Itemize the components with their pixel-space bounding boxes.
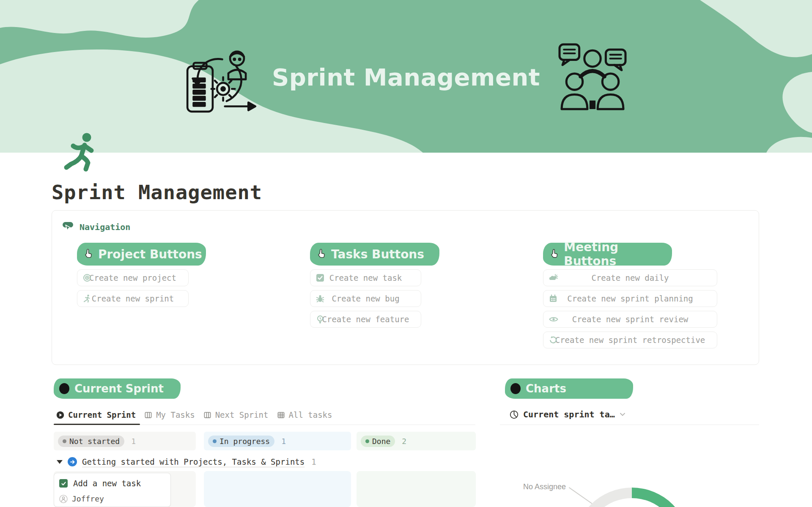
column-header-done[interactable]: Done 2 bbox=[357, 432, 476, 450]
current-sprint-badge[interactable]: Current Sprint bbox=[54, 378, 181, 399]
column-header-not-started[interactable]: Not started 1 bbox=[54, 432, 196, 450]
assignee-name: Joffrey bbox=[72, 494, 104, 503]
bug-icon bbox=[316, 294, 324, 303]
tab-all-tasks[interactable]: All tasks bbox=[277, 410, 332, 419]
status-dot-icon bbox=[213, 439, 217, 443]
charts-divider bbox=[500, 425, 759, 425]
chevron-down-icon bbox=[620, 412, 625, 417]
target-icon bbox=[83, 274, 91, 282]
status-dot-icon bbox=[63, 439, 66, 443]
runner-icon bbox=[83, 294, 91, 303]
board-icon bbox=[144, 411, 152, 419]
page-icon-runner[interactable] bbox=[63, 132, 102, 172]
navigation-header: Navigation bbox=[62, 222, 130, 233]
play-circle-icon bbox=[56, 411, 64, 419]
hand-pointer-icon bbox=[549, 249, 560, 260]
status-label: Done bbox=[372, 437, 390, 446]
navigation-card: Navigation Project Buttons Create new pr… bbox=[52, 210, 759, 365]
current-sprint-section-label: Current Sprint bbox=[74, 382, 164, 395]
meeting-buttons-badge[interactable]: Meeting Buttons bbox=[543, 243, 672, 266]
nav-column-meetings: Meeting Buttons Create new daily Create … bbox=[543, 243, 717, 348]
person-avatar-icon bbox=[59, 495, 68, 503]
tab-my-tasks-label: My Tasks bbox=[156, 410, 195, 419]
status-dot-icon bbox=[365, 439, 369, 443]
column-count: 1 bbox=[131, 437, 136, 446]
sunrise-icon bbox=[549, 274, 558, 282]
column-header-in-progress[interactable]: In progress 1 bbox=[204, 432, 351, 450]
active-tab-underline bbox=[54, 424, 140, 425]
column-body-done bbox=[357, 471, 476, 507]
column-body-in-progress bbox=[204, 471, 351, 507]
column-count: 2 bbox=[402, 437, 406, 446]
create-new-sprint-planning-label: Create new sprint planning bbox=[567, 294, 693, 303]
create-new-sprint-button[interactable]: Create new sprint bbox=[77, 290, 189, 307]
create-new-sprint-review-label: Create new sprint review bbox=[572, 315, 689, 324]
tab-next-sprint[interactable]: Next Sprint bbox=[203, 410, 269, 419]
meeting-buttons-label: Meeting Buttons bbox=[564, 240, 672, 268]
create-new-task-button[interactable]: Create new task bbox=[310, 269, 421, 286]
tasks-buttons-badge[interactable]: Tasks Buttons bbox=[310, 243, 439, 266]
tab-all-tasks-label: All tasks bbox=[289, 410, 332, 419]
create-new-task-label: Create new task bbox=[329, 273, 402, 282]
lightbulb-icon bbox=[316, 315, 324, 323]
banner-title: Sprint Management bbox=[0, 63, 812, 91]
board-group-row: Getting started with Projects, Tasks & S… bbox=[57, 456, 316, 468]
tab-current-sprint-label: Current Sprint bbox=[68, 410, 136, 419]
black-dot-icon bbox=[510, 383, 521, 394]
create-new-project-label: Create new project bbox=[89, 273, 176, 282]
donut-slice-label: No Assignee bbox=[519, 482, 566, 491]
group-count: 1 bbox=[311, 457, 316, 466]
cursor-click-icon bbox=[62, 222, 75, 233]
nav-column-tasks: Tasks Buttons Create new task Create new… bbox=[310, 243, 421, 328]
view-tabs: Current Sprint My Tasks Next Sprint All … bbox=[56, 408, 332, 422]
create-new-project-button[interactable]: Create new project bbox=[77, 269, 189, 286]
create-new-daily-label: Create new daily bbox=[591, 273, 669, 282]
status-pill-in-progress: In progress bbox=[208, 436, 274, 447]
group-title-link[interactable]: Getting started with Projects, Tasks & S… bbox=[82, 457, 304, 466]
retro-arrow-icon bbox=[549, 336, 557, 344]
create-new-feature-label: Create new feature bbox=[322, 315, 409, 324]
status-label: Not started bbox=[69, 437, 120, 446]
create-new-daily-button[interactable]: Create new daily bbox=[543, 269, 717, 286]
task-checkbox-checked[interactable] bbox=[59, 479, 68, 488]
calendar-icon bbox=[549, 294, 557, 303]
charts-badge[interactable]: Charts bbox=[505, 378, 633, 399]
task-title: Add a new task bbox=[73, 479, 141, 488]
create-new-sprint-label: Create new sprint bbox=[92, 294, 174, 303]
create-new-bug-label: Create new bug bbox=[332, 294, 399, 303]
create-new-sprint-retrospective-button[interactable]: Create new sprint retrospective bbox=[543, 332, 717, 348]
nav-column-projects: Project Buttons Create new project Creat… bbox=[77, 243, 189, 307]
collapse-toggle-icon[interactable] bbox=[57, 460, 63, 464]
cover-banner: Sprint Management bbox=[0, 0, 812, 153]
pie-chart-icon bbox=[510, 410, 518, 419]
create-new-sprint-retrospective-label: Create new sprint retrospective bbox=[555, 335, 705, 345]
create-new-sprint-planning-button[interactable]: Create new sprint planning bbox=[543, 290, 717, 307]
task-card[interactable]: Add a new task Joffrey bbox=[54, 473, 171, 507]
chart-selector-dropdown[interactable]: Current sprint ta… bbox=[510, 408, 625, 421]
status-pill-done: Done bbox=[361, 436, 395, 447]
tab-next-sprint-label: Next Sprint bbox=[215, 410, 269, 419]
assignee-donut-chart[interactable] bbox=[574, 488, 690, 507]
project-buttons-badge[interactable]: Project Buttons bbox=[77, 243, 206, 266]
chart-selector-label: Current sprint ta… bbox=[523, 409, 615, 419]
black-dot-icon bbox=[59, 383, 69, 394]
create-new-bug-button[interactable]: Create new bug bbox=[310, 290, 421, 307]
create-new-sprint-review-button[interactable]: Create new sprint review bbox=[543, 311, 717, 328]
table-icon bbox=[277, 411, 285, 419]
hand-pointer-icon bbox=[83, 249, 94, 260]
project-buttons-label: Project Buttons bbox=[98, 247, 202, 261]
status-label: In progress bbox=[219, 437, 270, 446]
board-icon bbox=[203, 411, 211, 419]
checkbox-icon bbox=[316, 274, 324, 282]
eye-icon bbox=[549, 315, 558, 323]
status-pill-not-started: Not started bbox=[58, 436, 124, 447]
tab-current-sprint[interactable]: Current Sprint bbox=[56, 410, 136, 419]
tab-my-tasks[interactable]: My Tasks bbox=[144, 410, 195, 419]
column-count: 1 bbox=[281, 437, 286, 446]
donut-label-leader-line bbox=[569, 487, 593, 505]
blue-arrow-circle-icon bbox=[68, 457, 77, 466]
navigation-header-label: Navigation bbox=[80, 222, 130, 232]
charts-section-label: Charts bbox=[526, 382, 566, 395]
create-new-feature-button[interactable]: Create new feature bbox=[310, 311, 421, 328]
page-title: Sprint Management bbox=[52, 181, 262, 204]
